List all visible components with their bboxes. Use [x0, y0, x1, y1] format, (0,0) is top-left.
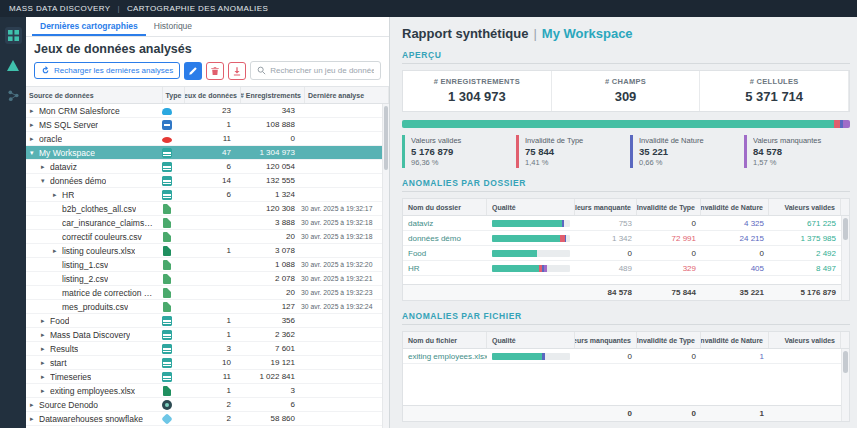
type-cell: [156, 286, 178, 299]
table-row[interactable]: car_insurance_claims.csv 3 888 30 avr. 2…: [26, 216, 382, 230]
table-row[interactable]: ▸ Source Denodo 2 6: [26, 398, 382, 412]
type-cell: [156, 384, 178, 397]
table-row[interactable]: b2b_clothes_all.csv 120 308 30 avr. 2025…: [26, 202, 382, 216]
column-invalidite-type[interactable]: Invalidité de Type: [637, 332, 701, 348]
column-derniere-analyse[interactable]: Dernière analyse: [305, 87, 389, 103]
legend-percent: 1,41 %: [525, 158, 622, 167]
table-row[interactable]: ▸ Timeseries 11 1 022 841: [26, 370, 382, 384]
tree-toggle-icon[interactable]: ▸: [41, 163, 50, 171]
tree-toggle-icon[interactable]: ▸: [30, 121, 39, 129]
table-row[interactable]: ▾ données démo 14 132 555: [26, 174, 382, 188]
column-jeux[interactable]: # Jeux de données: [185, 87, 241, 103]
search-box: [250, 61, 381, 80]
table-row[interactable]: matrice de correction couleurs.csv 20 30…: [26, 286, 382, 300]
column-invalidite-nature[interactable]: Invalidité de Nature: [701, 332, 769, 348]
table-row[interactable]: listing_2.csv 2 078 30 avr. 2025 à 19:32…: [26, 272, 382, 286]
folder-icon: [162, 344, 172, 354]
tree-toggle-icon[interactable]: ▸: [41, 317, 50, 325]
table-row[interactable]: correctif couleurs.csv 20 30 avr. 2025 à…: [26, 230, 382, 244]
table-row[interactable]: ▸ Datawarehouses snowflake 2 58 860: [26, 412, 382, 426]
connections-icon[interactable]: [5, 87, 22, 104]
table-row[interactable]: ▾ My Workspace 47 1 304 973: [26, 146, 382, 160]
datasets-table-header: Source de données Type # Jeux de données…: [26, 87, 389, 104]
scrollbar-thumb[interactable]: [843, 218, 848, 240]
tree-toggle-icon[interactable]: ▸: [30, 135, 39, 143]
column-invalidite-type[interactable]: Invalidité de Type: [637, 199, 701, 215]
brush-icon: [188, 66, 198, 76]
cartography-icon[interactable]: [5, 57, 22, 74]
delete-button[interactable]: [206, 62, 224, 80]
folder-name: HR: [403, 264, 487, 273]
export-button[interactable]: [228, 62, 246, 80]
column-nom-fichier[interactable]: Nom du fichier: [403, 332, 487, 348]
table-row[interactable]: ▸ oracle 11 0: [26, 132, 382, 146]
column-valeurs-valides[interactable]: Valeurs valides: [769, 332, 841, 348]
tree-toggle-icon[interactable]: ▸: [30, 107, 39, 115]
column-qualite[interactable]: Qualité: [487, 332, 575, 348]
dataset-name-cell: ▸ Datawarehouses snowflake: [26, 412, 156, 425]
datasets-grid-icon[interactable]: [5, 27, 22, 44]
column-enregistrements[interactable]: # Enregistrements: [241, 87, 305, 103]
reload-analyses-button[interactable]: Recharger les dernières analyses: [34, 62, 180, 79]
table-row[interactable]: mes_produits.csv 127 30 avr. 2025 à 19:3…: [26, 300, 382, 314]
table-row[interactable]: ▸ listing couleurs.xlsx 1 3 078: [26, 244, 382, 258]
scrollbar-thumb[interactable]: [843, 351, 848, 373]
tree-toggle-icon[interactable]: ▸: [41, 345, 50, 353]
tree-toggle-icon[interactable]: ▸: [41, 373, 50, 381]
table-row[interactable]: ▸ Mass Data Discovery 1 2 362: [26, 328, 382, 342]
table-row[interactable]: dataviz 753 0 4 325 671 225: [403, 216, 849, 231]
scrollbar[interactable]: [841, 349, 849, 421]
dataset-name-cell: ▸ Mass Data Discovery: [26, 328, 156, 341]
valid-values: 671 225: [769, 219, 841, 228]
tree-toggle-icon[interactable]: ▾: [30, 149, 39, 157]
table-row[interactable]: ▸ MS SQL Server 1 108 888: [26, 118, 382, 132]
tree-toggle-icon[interactable]: ▸: [41, 359, 50, 367]
tab-dernieres-cartographies[interactable]: Dernières cartographies: [32, 17, 146, 36]
table-row[interactable]: ▸ exiting employees.xlsx 1 3: [26, 384, 382, 398]
total-type: 75 844: [637, 288, 701, 297]
column-type[interactable]: Type: [163, 87, 185, 103]
type-cell: [156, 342, 178, 355]
column-valeurs-manquantes[interactable]: Valeurs manquantes: [575, 332, 637, 348]
records-count: 3 078: [234, 244, 298, 257]
workspace-name[interactable]: My Workspace: [542, 26, 633, 41]
table-row[interactable]: Food 0 0 0 2 492: [403, 246, 849, 261]
scrollbar-thumb[interactable]: [384, 106, 388, 170]
table-row[interactable]: ▸ HR 6 1 324: [26, 188, 382, 202]
folder-anomalies-table: Nom du dossier Qualité Valeurs manquante…: [402, 198, 850, 301]
table-row[interactable]: ▸ start 10 19 121: [26, 356, 382, 370]
column-invalidite-nature[interactable]: Invalidité de Nature: [701, 199, 769, 215]
tree-toggle-icon[interactable]: ▸: [53, 247, 62, 255]
table-row[interactable]: listing_1.csv 1 088 30 avr. 2025 à 19:32…: [26, 258, 382, 272]
tree-toggle-icon[interactable]: ▸: [41, 387, 50, 395]
table-row[interactable]: ▸ Food 1 356: [26, 314, 382, 328]
tree-toggle-icon[interactable]: ▸: [41, 331, 50, 339]
tree-toggle-icon[interactable]: ▾: [41, 177, 50, 185]
dataset-label: MS SQL Server: [39, 120, 98, 130]
nature-invalidity: 0: [701, 249, 769, 258]
table-row[interactable]: exiting employees.xlsx 0 0 1: [403, 349, 849, 364]
nature-invalidity: 4 325: [701, 219, 769, 228]
scrollbar[interactable]: [841, 216, 849, 300]
dataset-name-cell: ▾ My Workspace: [26, 146, 156, 159]
table-row[interactable]: ▸ Results 3 7 601: [26, 342, 382, 356]
search-input[interactable]: [270, 66, 374, 75]
tree-toggle-icon[interactable]: ▸: [30, 415, 39, 423]
table-row[interactable]: ▸ Mon CRM Salesforce 23 343: [26, 104, 382, 118]
table-row[interactable]: ▸ dataviz 6 120 054: [26, 160, 382, 174]
quality-stacked-bar: [402, 120, 850, 128]
table-row[interactable]: HR 489 329 405 8 497: [403, 261, 849, 276]
scrollbar[interactable]: [382, 104, 389, 428]
total-nature: 35 221: [701, 288, 769, 297]
tree-toggle-icon[interactable]: ▸: [53, 191, 62, 199]
table-row[interactable]: données démo 1 342 72 991 24 215 1 375 9…: [403, 231, 849, 246]
folder-table-header: Nom du dossier Qualité Valeurs manquante…: [403, 199, 849, 216]
column-nom-dossier[interactable]: Nom du dossier: [403, 199, 487, 215]
column-qualite[interactable]: Qualité: [487, 199, 575, 215]
column-valeurs-manquante[interactable]: Valeurs manquante: [575, 199, 637, 215]
column-source[interactable]: Source de données: [26, 87, 163, 103]
tab-historique[interactable]: Historique: [146, 17, 200, 36]
column-valeurs-valides[interactable]: Valeurs valides: [769, 199, 841, 215]
brush-button[interactable]: [184, 62, 202, 80]
tree-toggle-icon[interactable]: ▸: [30, 401, 39, 409]
